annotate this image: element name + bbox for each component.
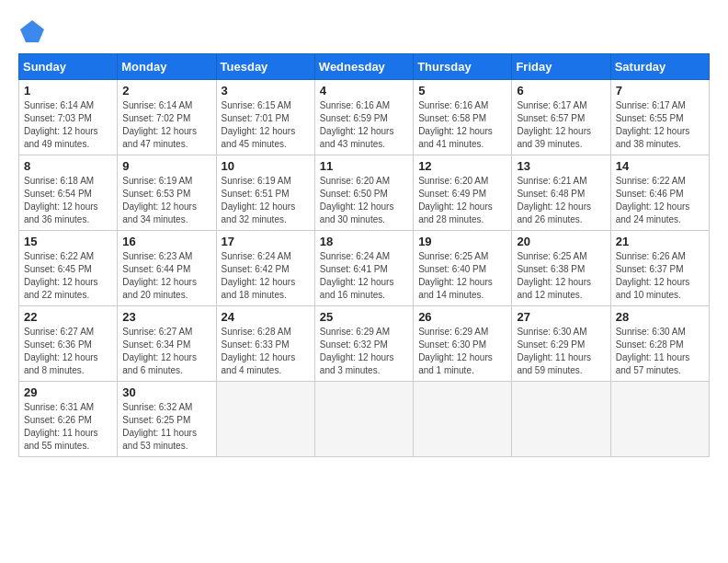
day-info: Sunrise: 6:14 AM Sunset: 7:02 PM Dayligh… (122, 99, 210, 151)
calendar-cell: 17Sunrise: 6:24 AM Sunset: 6:42 PM Dayli… (216, 231, 314, 306)
calendar-cell: 2Sunrise: 6:14 AM Sunset: 7:02 PM Daylig… (118, 80, 216, 155)
day-number: 2 (122, 84, 210, 98)
calendar-cell: 14Sunrise: 6:22 AM Sunset: 6:46 PM Dayli… (610, 155, 709, 231)
calendar-cell: 10Sunrise: 6:19 AM Sunset: 6:51 PM Dayli… (216, 155, 314, 231)
day-number: 7 (616, 84, 704, 98)
calendar-cell: 12Sunrise: 6:20 AM Sunset: 6:49 PM Dayli… (414, 155, 512, 231)
calendar-cell: 24Sunrise: 6:28 AM Sunset: 6:33 PM Dayli… (216, 306, 314, 382)
day-number: 14 (616, 159, 704, 173)
calendar-cell: 18Sunrise: 6:24 AM Sunset: 6:41 PM Dayli… (314, 231, 413, 306)
day-info: Sunrise: 6:22 AM Sunset: 6:45 PM Dayligh… (24, 250, 112, 302)
day-number: 18 (320, 235, 408, 248)
day-number: 16 (122, 235, 210, 248)
day-info: Sunrise: 6:15 AM Sunset: 7:01 PM Dayligh… (222, 99, 310, 151)
day-info: Sunrise: 6:23 AM Sunset: 6:44 PM Dayligh… (122, 250, 210, 302)
week-row-1: 1Sunrise: 6:14 AM Sunset: 7:03 PM Daylig… (19, 80, 710, 155)
day-number: 21 (616, 235, 704, 248)
calendar-cell: 27Sunrise: 6:30 AM Sunset: 6:29 PM Dayli… (512, 306, 610, 382)
calendar-cell: 19Sunrise: 6:25 AM Sunset: 6:40 PM Dayli… (414, 231, 512, 306)
calendar-cell: 21Sunrise: 6:26 AM Sunset: 6:37 PM Dayli… (610, 231, 709, 306)
col-header-saturday: Saturday (610, 54, 709, 80)
day-number: 4 (320, 84, 408, 98)
calendar-header-row: SundayMondayTuesdayWednesdayThursdayFrid… (19, 54, 710, 80)
day-number: 27 (517, 310, 605, 324)
calendar-cell: 26Sunrise: 6:29 AM Sunset: 6:30 PM Dayli… (414, 306, 512, 382)
calendar-cell: 6Sunrise: 6:17 AM Sunset: 6:57 PM Daylig… (512, 80, 610, 155)
day-info: Sunrise: 6:21 AM Sunset: 6:48 PM Dayligh… (517, 175, 605, 226)
day-info: Sunrise: 6:27 AM Sunset: 6:34 PM Dayligh… (122, 326, 210, 377)
day-info: Sunrise: 6:31 AM Sunset: 6:26 PM Dayligh… (24, 401, 112, 453)
day-number: 11 (320, 159, 408, 173)
day-number: 17 (222, 235, 310, 248)
calendar-cell: 4Sunrise: 6:16 AM Sunset: 6:59 PM Daylig… (314, 80, 413, 155)
day-info: Sunrise: 6:25 AM Sunset: 6:38 PM Dayligh… (517, 250, 605, 302)
day-info: Sunrise: 6:20 AM Sunset: 6:49 PM Dayligh… (418, 175, 506, 226)
day-number: 28 (616, 310, 704, 324)
calendar-cell: 23Sunrise: 6:27 AM Sunset: 6:34 PM Dayli… (118, 306, 216, 382)
col-header-sunday: Sunday (19, 54, 118, 80)
header (18, 18, 710, 44)
day-number: 1 (24, 84, 112, 98)
day-number: 24 (222, 310, 310, 324)
col-header-thursday: Thursday (414, 54, 512, 80)
logo (18, 18, 50, 44)
calendar-table: SundayMondayTuesdayWednesdayThursdayFrid… (18, 53, 710, 457)
col-header-friday: Friday (512, 54, 610, 80)
day-number: 8 (24, 159, 112, 173)
day-number: 19 (418, 235, 506, 248)
day-number: 29 (24, 385, 112, 399)
day-number: 25 (320, 310, 408, 324)
day-number: 5 (418, 84, 506, 98)
calendar-cell: 11Sunrise: 6:20 AM Sunset: 6:50 PM Dayli… (314, 155, 413, 231)
calendar-cell: 15Sunrise: 6:22 AM Sunset: 6:45 PM Dayli… (19, 231, 118, 306)
week-row-4: 22Sunrise: 6:27 AM Sunset: 6:36 PM Dayli… (19, 306, 710, 382)
day-info: Sunrise: 6:22 AM Sunset: 6:46 PM Dayligh… (616, 175, 704, 226)
day-info: Sunrise: 6:32 AM Sunset: 6:25 PM Dayligh… (122, 401, 210, 453)
calendar-cell: 5Sunrise: 6:16 AM Sunset: 6:58 PM Daylig… (414, 80, 512, 155)
calendar-cell: 28Sunrise: 6:30 AM Sunset: 6:28 PM Dayli… (610, 306, 709, 382)
day-info: Sunrise: 6:30 AM Sunset: 6:29 PM Dayligh… (517, 326, 605, 377)
day-info: Sunrise: 6:19 AM Sunset: 6:53 PM Dayligh… (122, 175, 210, 226)
calendar-cell: 29Sunrise: 6:31 AM Sunset: 6:26 PM Dayli… (19, 382, 118, 457)
logo-bird-icon (18, 18, 46, 44)
calendar-cell: 20Sunrise: 6:25 AM Sunset: 6:38 PM Dayli… (512, 231, 610, 306)
week-row-2: 8Sunrise: 6:18 AM Sunset: 6:54 PM Daylig… (19, 155, 710, 231)
col-header-monday: Monday (118, 54, 216, 80)
day-number: 23 (122, 310, 210, 324)
day-number: 22 (24, 310, 112, 324)
calendar-cell: 22Sunrise: 6:27 AM Sunset: 6:36 PM Dayli… (19, 306, 118, 382)
day-info: Sunrise: 6:28 AM Sunset: 6:33 PM Dayligh… (222, 326, 310, 377)
day-number: 9 (122, 159, 210, 173)
day-info: Sunrise: 6:29 AM Sunset: 6:32 PM Dayligh… (320, 326, 408, 377)
calendar-cell (414, 382, 512, 457)
calendar-cell (610, 382, 709, 457)
day-number: 26 (418, 310, 506, 324)
day-info: Sunrise: 6:27 AM Sunset: 6:36 PM Dayligh… (24, 326, 112, 377)
day-info: Sunrise: 6:25 AM Sunset: 6:40 PM Dayligh… (418, 250, 506, 302)
day-info: Sunrise: 6:20 AM Sunset: 6:50 PM Dayligh… (320, 175, 408, 226)
calendar-cell: 16Sunrise: 6:23 AM Sunset: 6:44 PM Dayli… (118, 231, 216, 306)
day-info: Sunrise: 6:30 AM Sunset: 6:28 PM Dayligh… (616, 326, 704, 377)
day-info: Sunrise: 6:16 AM Sunset: 6:58 PM Dayligh… (418, 99, 506, 151)
calendar-cell: 8Sunrise: 6:18 AM Sunset: 6:54 PM Daylig… (19, 155, 118, 231)
day-number: 30 (122, 385, 210, 399)
calendar-cell (512, 382, 610, 457)
calendar-cell (314, 382, 413, 457)
day-number: 15 (24, 235, 112, 248)
day-info: Sunrise: 6:14 AM Sunset: 7:03 PM Dayligh… (24, 99, 112, 151)
day-info: Sunrise: 6:29 AM Sunset: 6:30 PM Dayligh… (418, 326, 506, 377)
day-number: 6 (517, 84, 605, 98)
week-row-5: 29Sunrise: 6:31 AM Sunset: 6:26 PM Dayli… (19, 382, 710, 457)
calendar-cell: 25Sunrise: 6:29 AM Sunset: 6:32 PM Dayli… (314, 306, 413, 382)
day-info: Sunrise: 6:24 AM Sunset: 6:41 PM Dayligh… (320, 250, 408, 302)
day-info: Sunrise: 6:17 AM Sunset: 6:57 PM Dayligh… (517, 99, 605, 151)
day-info: Sunrise: 6:26 AM Sunset: 6:37 PM Dayligh… (616, 250, 704, 302)
day-number: 10 (222, 159, 310, 173)
day-info: Sunrise: 6:18 AM Sunset: 6:54 PM Dayligh… (24, 175, 112, 226)
week-row-3: 15Sunrise: 6:22 AM Sunset: 6:45 PM Dayli… (19, 231, 710, 306)
svg-marker-0 (20, 20, 44, 42)
col-header-wednesday: Wednesday (314, 54, 413, 80)
day-number: 3 (222, 84, 310, 98)
calendar-cell: 13Sunrise: 6:21 AM Sunset: 6:48 PM Dayli… (512, 155, 610, 231)
calendar-cell: 9Sunrise: 6:19 AM Sunset: 6:53 PM Daylig… (118, 155, 216, 231)
